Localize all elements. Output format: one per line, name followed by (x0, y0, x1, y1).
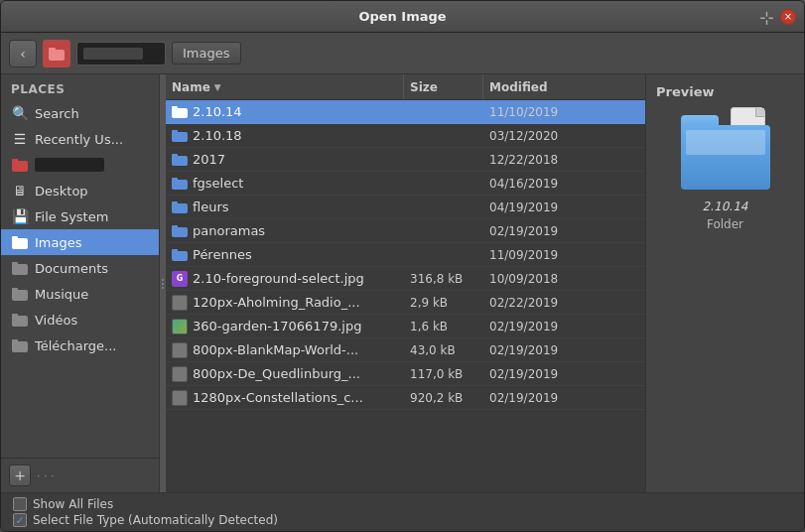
toolbar: ‹ Images (1, 33, 804, 74)
sidebar-section-places: Places (1, 74, 159, 100)
recently-used-icon: ☰ (11, 130, 29, 148)
column-header-modified[interactable]: Modified (483, 74, 645, 99)
column-header-name[interactable]: Name ▼ (166, 74, 404, 99)
folder-row-icon (172, 177, 188, 190)
image-grey-icon (172, 366, 188, 382)
sidebar-add-bar: + · · · (1, 458, 159, 492)
svg-rect-17 (172, 130, 178, 134)
sidebar-add-button[interactable]: + (9, 465, 31, 486)
sidebar-item-telecharger[interactable]: Télécharge... (1, 332, 159, 358)
file-row-size: 2,9 kB (404, 296, 483, 310)
file-row-modified: 11/09/2019 (483, 248, 645, 262)
file-name-text: 1280px-Constellations_c... (193, 390, 363, 405)
file-row-name: 2.10.18 (166, 128, 404, 143)
file-row-name: panoramas (166, 223, 404, 238)
resize-icon: ⊹ (759, 7, 774, 28)
table-row[interactable]: fgselect 04/16/2019 (166, 172, 645, 196)
check-icon: ✓ (15, 514, 24, 527)
location-label[interactable]: Images (172, 42, 241, 65)
file-row-name: 360-garden-17066179.jpg (166, 319, 404, 334)
main-content: Places 🔍 Search ☰ Recently Us... � (1, 74, 804, 492)
file-row-modified: 02/19/2019 (483, 224, 645, 238)
table-row[interactable]: 120px-Aholming_Radio_... 2,9 kB 02/22/20… (166, 291, 645, 315)
folder-row-icon (172, 224, 188, 237)
musique-icon (11, 285, 29, 303)
redacted-folder-icon (11, 156, 29, 174)
file-row-modified: 10/09/2018 (483, 272, 645, 286)
sidebar-item-musique[interactable]: Musique (1, 281, 159, 307)
svg-rect-3 (12, 159, 18, 163)
folder-row-icon (172, 200, 188, 213)
folder-musique-svg (12, 287, 28, 301)
table-row[interactable]: 2017 12/22/2018 (166, 148, 645, 172)
file-name-text: 2017 (193, 152, 225, 167)
file-list-header: Name ▼ Size Modified (166, 74, 645, 100)
file-name-text: 2.10-foreground-select.jpg (193, 271, 364, 286)
sort-arrow-icon: ▼ (214, 82, 221, 92)
show-all-files-option[interactable]: Show All Files (13, 497, 792, 511)
file-row-modified: 04/19/2019 (483, 200, 645, 214)
close-button[interactable]: × (780, 9, 796, 25)
table-row[interactable]: 2.10.14 11/10/2019 (166, 100, 645, 124)
file-row-modified: 03/12/2020 (483, 129, 645, 143)
table-row[interactable]: fleurs 04/19/2019 (166, 196, 645, 219)
table-row[interactable]: 360-garden-17066179.jpg 1,6 kB 02/19/201… (166, 315, 645, 338)
table-row[interactable]: panoramas 02/19/2019 (166, 219, 645, 243)
gimp-icon: G (172, 271, 188, 287)
folder-row-icon (172, 105, 188, 118)
file-row-modified: 02/19/2019 (483, 391, 645, 405)
file-row-name: 800px-De_Quedlinburg_... (166, 366, 404, 382)
svg-rect-25 (172, 225, 178, 229)
dialog-title: Open Image (358, 9, 446, 24)
sidebar-item-documents-label: Documents (35, 261, 149, 276)
preview-folder-icon (681, 115, 770, 190)
documents-icon (11, 259, 29, 277)
sidebar-item-desktop-label: Desktop (35, 184, 149, 199)
titlebar: Open Image ⊹ × (1, 1, 804, 33)
sidebar-item-file-system[interactable]: 💾 File System (1, 203, 159, 229)
file-row-name: G 2.10-foreground-select.jpg (166, 271, 404, 287)
svg-rect-9 (12, 288, 18, 292)
sidebar: Places 🔍 Search ☰ Recently Us... � (1, 74, 160, 492)
sidebar-item-desktop[interactable]: 🖥 Desktop (1, 178, 159, 203)
sidebar-item-documents[interactable]: Documents (1, 255, 159, 281)
sidebar-item-search[interactable]: 🔍 Search (1, 100, 159, 126)
folder-tel-svg (12, 338, 28, 352)
sidebar-item-redacted[interactable] (1, 152, 159, 178)
back-button[interactable]: ‹ (9, 40, 37, 67)
file-row-name: fleurs (166, 200, 404, 214)
sidebar-item-recently-used[interactable]: ☰ Recently Us... (1, 126, 159, 152)
sidebar-item-videos[interactable]: Vidéos (1, 307, 159, 332)
sidebar-item-telecharger-label: Télécharge... (35, 338, 149, 353)
path-text-box (76, 42, 166, 66)
file-type-option[interactable]: ✓ Select File Type (Automatically Detect… (13, 513, 792, 527)
file-row-name: 2.10.14 (166, 104, 404, 119)
table-row[interactable]: Pérennes 11/09/2019 (166, 243, 645, 267)
table-row[interactable]: 1280px-Constellations_c... 920,2 kB 02/1… (166, 386, 645, 410)
file-name-text: fleurs (193, 200, 229, 214)
file-row-size: 316,8 kB (404, 272, 483, 286)
show-all-files-label: Show All Files (33, 497, 113, 511)
sidebar-item-search-label: Search (35, 106, 149, 121)
show-all-files-checkbox[interactable] (13, 497, 27, 511)
file-name-text: 2.10.18 (193, 128, 242, 143)
file-name-text: 2.10.14 (193, 104, 242, 119)
table-row[interactable]: 800px-BlankMap-World-... 43,0 kB 02/19/2… (166, 338, 645, 362)
filesystem-icon: 💾 (11, 207, 29, 225)
file-row-size: 117,0 kB (404, 367, 483, 381)
sidebar-item-images[interactable]: Images (1, 229, 159, 255)
column-header-size[interactable]: Size (404, 74, 483, 99)
file-list-scroll[interactable]: 2.10.14 11/10/2019 2.10.18 03/12/2020 20… (166, 100, 645, 492)
file-row-modified: 12/22/2018 (483, 153, 645, 167)
table-row[interactable]: G 2.10-foreground-select.jpg 316,8 kB 10… (166, 267, 645, 291)
table-row[interactable]: 800px-De_Quedlinburg_... 117,0 kB 02/19/… (166, 362, 645, 386)
table-row[interactable]: 2.10.18 03/12/2020 (166, 124, 645, 148)
file-type-checkbox[interactable]: ✓ (13, 513, 27, 527)
file-name-text: 120px-Aholming_Radio_... (193, 295, 360, 310)
file-row-name: 1280px-Constellations_c... (166, 390, 404, 406)
bottom-bar: Show All Files ✓ Select File Type (Autom… (1, 492, 804, 531)
file-row-name: fgselect (166, 176, 404, 191)
image-grey-icon (172, 390, 188, 406)
preview-folder-body (681, 125, 770, 190)
sidebar-item-images-label: Images (35, 235, 149, 250)
